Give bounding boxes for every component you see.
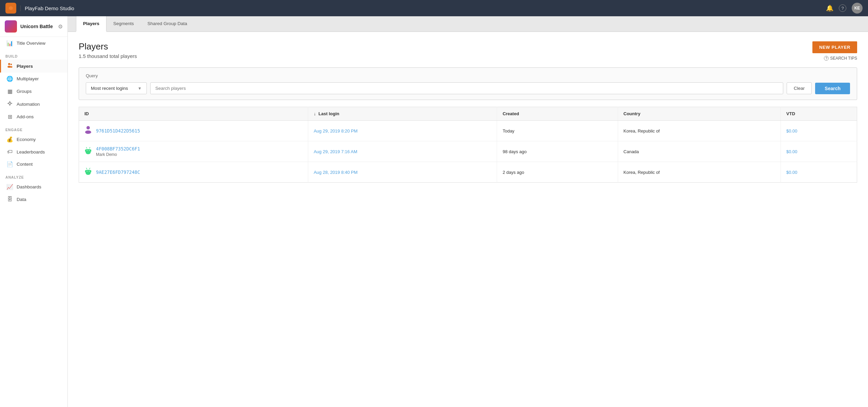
- clear-button[interactable]: Clear: [787, 82, 812, 94]
- sidebar-item-multiplayer[interactable]: 🌐 Multiplayer: [0, 73, 67, 85]
- cell-created: Today: [497, 121, 618, 141]
- sidebar-label-dashboards: Dashboards: [17, 184, 41, 189]
- vtd-value: $0.00: [786, 128, 797, 134]
- svg-line-26: [90, 168, 90, 169]
- player-count: 1.5 thousand total players: [79, 53, 137, 59]
- col-created: Created: [497, 107, 618, 121]
- cell-id: 9AE27E6FD797248C: [79, 162, 308, 183]
- cell-country: Korea, Republic of: [618, 162, 781, 183]
- player-id-block: 4F008BF7352DC6F1 Mark Demo: [96, 146, 140, 157]
- player-id-block: 9AE27E6FD797248C: [96, 169, 140, 175]
- sidebar-label-multiplayer: Multiplayer: [17, 76, 39, 81]
- table-body: 9761D51D422D5615 Aug 29, 2019 8:20 PM To…: [79, 121, 857, 183]
- query-controls: Most recent logins ▼ Clear Search: [86, 82, 850, 94]
- last-login-date: Aug 29, 2019 7:16 AM: [314, 149, 357, 154]
- svg-point-16: [89, 150, 90, 151]
- search-tips-label: SEARCH TIPS: [830, 56, 857, 61]
- player-id-cell: 9AE27E6FD797248C: [84, 167, 302, 178]
- country-value: Canada: [624, 149, 639, 154]
- android-icon: [84, 146, 92, 157]
- groups-icon: ▦: [6, 88, 13, 95]
- top-nav-right: 🔔 ? KE: [826, 3, 863, 14]
- query-type-dropdown[interactable]: Most recent logins ▼: [86, 82, 147, 94]
- player-id-cell: 9761D51D422D5615: [84, 125, 302, 136]
- player-id-link[interactable]: 9AE27E6FD797248C: [96, 169, 140, 175]
- tab-shared-group-data[interactable]: Shared Group Data: [141, 16, 194, 32]
- svg-point-12: [85, 130, 91, 134]
- player-id-link[interactable]: 4F008BF7352DC6F1: [96, 146, 140, 151]
- app-logo: [5, 3, 16, 14]
- gear-icon[interactable]: ⚙: [58, 23, 63, 30]
- player-id-cell: 4F008BF7352DC6F1 Mark Demo: [84, 146, 302, 157]
- tab-players[interactable]: Players: [76, 16, 106, 32]
- sidebar-label-title-overview: Title Overview: [17, 41, 45, 46]
- svg-point-11: [86, 126, 90, 129]
- col-last-login[interactable]: ↓ Last login: [308, 107, 497, 121]
- sidebar: Unicorn Battle ⚙ 📊 Title Overview BUILD …: [0, 16, 68, 407]
- sidebar-label-content: Content: [17, 162, 33, 167]
- search-button[interactable]: Search: [815, 83, 850, 94]
- cell-id: 9761D51D422D5615: [79, 121, 308, 141]
- sidebar-item-automation[interactable]: Automation: [0, 98, 67, 110]
- sidebar-item-data[interactable]: 🗄 Data: [0, 193, 67, 205]
- col-vtd: VTD: [781, 107, 857, 121]
- sidebar-item-dashboards[interactable]: 📈 Dashboards: [0, 181, 67, 193]
- new-player-button[interactable]: NEW PLAYER: [812, 41, 857, 53]
- cell-country: Canada: [618, 141, 781, 162]
- studio-title: PlayFab Demo Studio: [20, 5, 74, 11]
- vtd-value: $0.00: [786, 170, 797, 175]
- data-icon: 🗄: [6, 196, 13, 202]
- sidebar-item-players[interactable]: Players: [0, 60, 67, 73]
- search-tips-icon: ?: [824, 56, 829, 61]
- player-id-link[interactable]: 9761D51D422D5615: [96, 128, 140, 134]
- search-input[interactable]: [150, 82, 783, 94]
- bell-icon[interactable]: 🔔: [826, 4, 833, 12]
- game-icon: [5, 20, 17, 33]
- question-icon[interactable]: ?: [839, 4, 846, 12]
- tab-segments[interactable]: Segments: [106, 16, 141, 32]
- main-content: Players Segments Shared Group Data Playe…: [68, 16, 868, 407]
- sidebar-label-leaderboards: Leaderboards: [17, 149, 45, 155]
- sidebar-item-groups[interactable]: ▦ Groups: [0, 85, 67, 98]
- chart-icon: 📊: [6, 40, 13, 46]
- svg-line-18: [90, 147, 90, 148]
- header-actions: NEW PLAYER ? SEARCH TIPS: [812, 41, 857, 61]
- sidebar-section-build: BUILD: [0, 49, 67, 60]
- cell-last-login: Aug 29, 2019 8:20 PM: [308, 121, 497, 141]
- svg-point-2: [8, 63, 10, 65]
- content-icon: 📄: [6, 161, 13, 167]
- table-row[interactable]: 9AE27E6FD797248C Aug 28, 2019 8:40 PM 2 …: [79, 162, 857, 183]
- svg-rect-14: [86, 149, 91, 153]
- title-block: Players 1.5 thousand total players: [79, 41, 137, 59]
- sidebar-label-addons: Add-ons: [17, 114, 34, 119]
- sort-down-icon: ↓: [314, 111, 316, 116]
- cell-created: 2 days ago: [497, 162, 618, 183]
- table-row[interactable]: 4F008BF7352DC6F1 Mark Demo Aug 29, 2019 …: [79, 141, 857, 162]
- country-value: Korea, Republic of: [624, 170, 660, 175]
- content-header: Players 1.5 thousand total players NEW P…: [79, 41, 857, 61]
- content-area: Players 1.5 thousand total players NEW P…: [68, 32, 868, 407]
- sidebar-item-addons[interactable]: ⊞ Add-ons: [0, 110, 67, 123]
- table-header: ID ↓ Last login Created Country: [79, 107, 857, 121]
- svg-rect-27: [85, 170, 86, 172]
- user-avatar[interactable]: KE: [852, 3, 863, 14]
- svg-rect-19: [85, 149, 86, 151]
- svg-line-17: [86, 147, 87, 148]
- last-login-date: Aug 29, 2019 8:20 PM: [314, 128, 357, 134]
- sidebar-section-engage: ENGAGE: [0, 123, 67, 133]
- globe-icon: 🌐: [6, 76, 13, 82]
- cell-id: 4F008BF7352DC6F1 Mark Demo: [79, 141, 308, 162]
- automation-icon: [6, 101, 13, 107]
- sidebar-item-leaderboards[interactable]: 🏷 Leaderboards: [0, 146, 67, 158]
- table-row[interactable]: 9761D51D422D5615 Aug 29, 2019 8:20 PM To…: [79, 121, 857, 141]
- cell-vtd: $0.00: [781, 121, 857, 141]
- sidebar-label-economy: Economy: [17, 137, 36, 142]
- sidebar-item-content[interactable]: 📄 Content: [0, 158, 67, 170]
- cell-created: 98 days ago: [497, 141, 618, 162]
- sidebar-item-economy[interactable]: 💰 Economy: [0, 133, 67, 146]
- sidebar-item-title-overview[interactable]: 📊 Title Overview: [0, 37, 67, 49]
- created-time: 2 days ago: [502, 170, 524, 175]
- svg-point-6: [9, 102, 11, 104]
- addons-icon: ⊞: [6, 114, 13, 120]
- search-tips-link[interactable]: ? SEARCH TIPS: [824, 56, 857, 61]
